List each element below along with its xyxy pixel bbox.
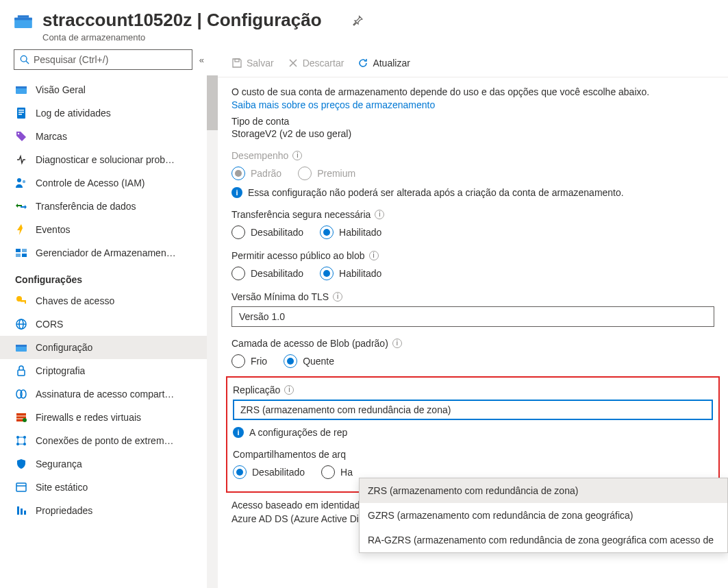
sidebar-item-activity-log[interactable]: Log de atividades <box>0 101 218 125</box>
page-subtitle: Conta de armazenamento <box>42 32 322 42</box>
radio-blobpublic-disabled[interactable]: Desabilitado <box>231 267 303 280</box>
large-file-label: Compartilhamentos de arq <box>233 449 713 460</box>
svg-point-28 <box>21 390 26 398</box>
sidebar-item-security[interactable]: Segurança <box>0 452 218 476</box>
storage-account-icon <box>14 14 33 30</box>
replication-dropdown: ZRS (armazenamento com redundância de zo… <box>359 478 728 553</box>
svg-line-4 <box>26 61 29 64</box>
radio-tier-hot[interactable]: Quente <box>284 354 334 368</box>
cors-icon <box>15 318 27 330</box>
info-icon[interactable]: i <box>284 385 294 395</box>
sidebar-item-endpoints[interactable]: Conexões de ponto de extrem… <box>0 429 218 452</box>
info-icon[interactable]: i <box>375 210 384 219</box>
lock-icon <box>15 365 27 377</box>
sidebar-item-events[interactable]: Eventos <box>0 218 218 241</box>
discard-button[interactable]: Descartar <box>288 58 344 69</box>
refresh-button[interactable]: Atualizar <box>357 58 410 69</box>
sidebar-item-iam[interactable]: Controle de Acesso (IAM) <box>0 171 218 195</box>
save-icon <box>231 58 242 69</box>
svg-rect-8 <box>18 110 24 111</box>
large-file-radios: Desabilitado Ha <box>233 465 713 479</box>
svg-rect-37 <box>16 483 26 491</box>
svg-point-13 <box>23 180 25 183</box>
tls-select[interactable]: Versão 1.0 <box>231 306 714 327</box>
svg-rect-42 <box>235 59 239 62</box>
performance-note: iEssa configuração não poderá ser altera… <box>231 187 714 198</box>
props-icon <box>15 504 27 517</box>
performance-radios: Padrão Premium <box>231 167 714 180</box>
blob-tier-label: Camada de acesso de Blob (padrão)i <box>231 338 714 349</box>
tag-icon <box>15 130 27 143</box>
svg-point-32 <box>23 418 27 422</box>
info-ball-icon: i <box>233 427 244 438</box>
page-header: straccount10520z | Configuração Conta de… <box>0 0 728 49</box>
overview-icon <box>15 84 27 96</box>
info-icon[interactable]: i <box>392 339 402 348</box>
replication-select[interactable]: ZRS (armazenamento com redundância de zo… <box>233 400 713 420</box>
radio-performance-premium: Premium <box>298 167 355 180</box>
svg-rect-17 <box>22 254 27 257</box>
sidebar-nav: Visão Geral Log de atividades Marcas Dia… <box>0 75 218 588</box>
content-area: O custo de sua conta de armazenamento de… <box>218 77 728 532</box>
radio-largefile-enabled[interactable]: Ha <box>321 465 353 479</box>
radio-blobpublic-enabled[interactable]: Habilitado <box>320 267 381 280</box>
replication-label: Replicaçãoi <box>233 384 713 395</box>
refresh-icon <box>357 58 368 69</box>
page-title: straccount10520z | Configuração <box>42 10 322 31</box>
info-icon[interactable]: i <box>292 151 302 160</box>
svg-rect-2 <box>18 15 29 17</box>
radio-secure-disabled[interactable]: Desabilitado <box>231 225 303 239</box>
svg-point-12 <box>17 178 21 182</box>
pin-icon[interactable] <box>352 15 363 28</box>
performance-label: Desempenhoi <box>231 150 714 161</box>
events-icon <box>15 223 27 236</box>
endpoint-icon <box>15 434 27 447</box>
sidebar-item-data-transfer[interactable]: Transferência de dados <box>0 195 218 218</box>
svg-rect-20 <box>25 302 26 304</box>
tls-label: Versão Mínima do TLSi <box>231 291 714 302</box>
radio-largefile-disabled[interactable]: Desabilitado <box>233 465 305 479</box>
activity-log-icon <box>15 107 27 119</box>
radio-tier-cool[interactable]: Frio <box>231 354 267 368</box>
manager-icon <box>15 247 27 259</box>
collapse-sidebar-icon[interactable]: « <box>199 55 204 65</box>
search-input[interactable] <box>14 49 192 70</box>
save-button[interactable]: Salvar <box>231 58 274 69</box>
radio-secure-enabled[interactable]: Habilitado <box>320 225 381 239</box>
sidebar-item-encryption[interactable]: Criptografia <box>0 359 218 382</box>
svg-rect-40 <box>21 509 23 515</box>
sidebar-scrollbar[interactable] <box>207 75 218 588</box>
svg-rect-16 <box>16 254 21 257</box>
sidebar-item-firewalls[interactable]: Firewalls e redes virtuais <box>0 406 218 429</box>
sidebar-item-configuration[interactable]: Configuração <box>0 336 218 359</box>
svg-rect-9 <box>18 112 24 113</box>
sidebar-item-storage-manager[interactable]: Gerenciador de Armazenamen… <box>0 241 218 265</box>
sidebar-item-properties[interactable]: Propriedades <box>0 499 218 522</box>
sidebar-item-cors[interactable]: CORS <box>0 313 218 336</box>
sidebar-section-settings: Configurações <box>0 265 218 289</box>
sidebar-item-access-keys[interactable]: Chaves de acesso <box>0 289 218 313</box>
blob-tier-radios: Frio Quente <box>231 354 714 368</box>
dropdown-item-ragzrs[interactable]: RA-GZRS (armazenamento com redundância d… <box>360 528 727 552</box>
dropdown-item-zrs[interactable]: ZRS (armazenamento com redundância de zo… <box>360 478 727 503</box>
svg-rect-15 <box>22 249 27 252</box>
header-text: straccount10520z | Configuração Conta de… <box>42 10 322 42</box>
sidebar-item-diagnose[interactable]: Diagnosticar e solucionar prob… <box>0 148 218 171</box>
info-icon[interactable]: i <box>369 251 379 260</box>
search-field[interactable] <box>34 54 186 65</box>
blob-public-radios: Desabilitado Habilitado <box>231 267 714 280</box>
sidebar-item-overview[interactable]: Visão Geral <box>0 78 218 101</box>
sidebar-item-static-site[interactable]: Site estático <box>0 476 218 499</box>
pricing-link[interactable]: Saiba mais sobre os preços de armazename… <box>231 99 714 110</box>
svg-rect-25 <box>16 345 27 347</box>
svg-point-3 <box>21 56 27 62</box>
info-ball-icon: i <box>231 187 242 198</box>
svg-rect-10 <box>18 114 22 115</box>
sidebar-item-tags[interactable]: Marcas <box>0 125 218 148</box>
info-icon[interactable]: i <box>333 292 342 302</box>
sidebar: « Visão Geral Log de atividades Marcas D… <box>0 49 218 588</box>
dropdown-item-gzrs[interactable]: GZRS (armazenamento com redundância de z… <box>360 503 727 528</box>
sidebar-item-sas[interactable]: Assinatura de acesso compart… <box>0 382 218 406</box>
config-icon <box>15 341 27 354</box>
firewall-icon <box>15 411 27 424</box>
